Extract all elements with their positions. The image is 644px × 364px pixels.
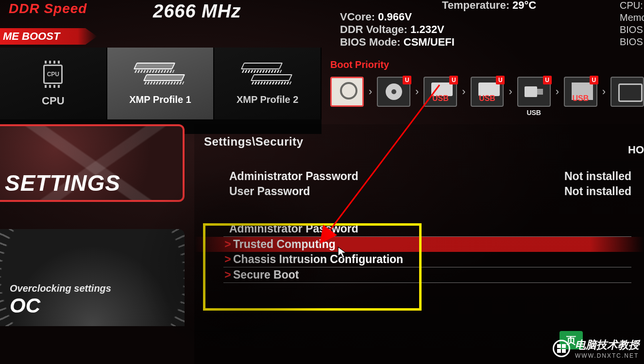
disc-icon [384,82,404,101]
setting-label: Administrator Password [229,170,358,183]
usb-sub-label: USB [526,109,541,116]
cpu-temp-label: Temperature: [442,0,509,11]
chevron-right-icon: > [223,238,232,251]
info-bios-build: BIOS B [620,36,644,48]
setting-label: User Password [229,185,310,198]
uefi-badge-icon: U [449,76,458,84]
bios-mode-value: CSM/UEFI [404,36,455,48]
uefi-badge-icon: U [403,76,411,84]
profile-row: CPU CPU XMP Profile 1 XMP Profile 2 [0,48,322,119]
chevron-right-icon: › [462,85,465,98]
settings-title: SETTINGS [5,170,120,196]
submenu-label: Trusted Computing [233,238,336,251]
right-info-panel: CPU: In Memo BIOS V BIOS B [620,0,644,53]
profile-xmp2-tile[interactable]: XMP Profile 2 [214,48,322,119]
watermark-logo-icon [553,340,570,357]
uefi-badge-icon: U [590,76,598,84]
oc-subtitle: Overclocking settings [10,283,111,294]
cpu-temp-value: 29°C [512,0,536,11]
chevron-right-icon: › [556,85,559,98]
info-cpu: CPU: In [620,0,644,11]
ram-icon [131,62,189,88]
uefi-badge-icon: U [543,76,552,84]
chevron-right-icon: › [369,85,372,98]
ddr-speed-value: 2666 MHz [153,1,241,22]
submenu-list: > Trusted Computing > Chassis Intrusion … [194,237,644,283]
chevron-right-icon: > [223,253,232,266]
oc-title: OC [10,294,111,317]
uefi-badge-icon: U [496,76,505,84]
boot-device-usb-4[interactable]: USB U [564,77,597,107]
vcore-label: VCore: [340,11,375,23]
section-admin-password: Administrator Password [194,221,644,236]
vcore-value: 0.966V [378,11,412,23]
bios-mode-label: BIOS Mode: [340,36,401,48]
submenu-chassis-intrusion[interactable]: > Chassis Intrusion Configuration [194,252,644,267]
ddr-voltage-value: 1.232V [410,23,444,35]
profile-xmp1-label: XMP Profile 1 [129,94,191,105]
setting-value: Not installed [564,185,631,198]
profile-xmp2-label: XMP Profile 2 [237,94,298,105]
setting-row-user-password[interactable]: User Password Not installed [194,184,644,199]
svg-rect-3 [537,89,543,95]
sidebar: SETTINGS Overclocking settings OC [0,124,194,364]
chevron-right-icon: › [415,85,419,98]
sidebar-item-oc[interactable]: Overclocking settings OC [0,229,185,326]
svg-point-1 [391,89,396,94]
main-panel: Settings\Security Administrator Password… [194,124,644,364]
info-bios-version: BIOS V [620,24,644,35]
profile-cpu-tile[interactable]: CPU CPU [0,48,107,119]
boot-device-usb-1[interactable]: USB U [424,77,457,107]
sidebar-item-settings[interactable]: SETTINGS [0,124,185,202]
setting-value: Not installed [564,170,631,183]
boot-device-cd[interactable]: U [377,77,410,107]
info-memory: Memo [620,12,644,23]
watermark: 电脑技术教授 WWW.DNXTC.NET [553,338,639,359]
watermark-text: 电脑技术教授 [575,338,639,352]
boot-priority-panel: Boot Priority › U › USB U › USB U › U US… [330,59,644,110]
boot-device-usb-2[interactable]: USB U [471,77,504,107]
usb-label: USB [472,94,503,103]
boot-device-usb-3[interactable]: U USB [517,77,551,107]
profile-cpu-label: CPU [42,95,64,107]
watermark-url: WWW.DNXTC.NET [575,352,639,359]
boot-priority-title: Boot Priority [330,59,644,70]
chevron-right-icon: › [508,85,512,98]
usb-drive-icon [524,84,544,99]
ddr-voltage-label: DDR Voltage: [340,23,407,35]
boot-device-network[interactable] [610,77,644,107]
submenu-secure-boot[interactable]: > Secure Boot [194,267,644,282]
game-boost-banner: ME BOOST [0,28,97,45]
submenu-label: Chassis Intrusion Configuration [233,253,403,266]
chevron-right-icon: > [223,268,232,281]
cpu-icon: CPU [36,60,70,89]
boot-device-hdd[interactable] [330,77,364,107]
ram-icon [238,62,297,88]
setting-row-admin-password[interactable]: Administrator Password Not installed [194,169,644,184]
breadcrumb: Settings\Security [204,135,644,149]
ddr-speed-label: DDR Speed [9,1,87,17]
chevron-right-icon: › [602,85,606,98]
svg-rect-2 [525,86,537,97]
submenu-trusted-computing[interactable]: > Trusted Computing [194,237,644,252]
divider [223,282,631,283]
profile-xmp1-tile[interactable]: XMP Profile 1 [107,48,215,119]
submenu-label: Secure Boot [233,268,299,281]
system-info-panel: Temperature: 29°C VCore: 0.966V DDR Volt… [330,0,644,53]
help-hint: HO [628,144,644,156]
usb-label: USB [424,94,456,103]
usb-label: USB [565,94,596,103]
